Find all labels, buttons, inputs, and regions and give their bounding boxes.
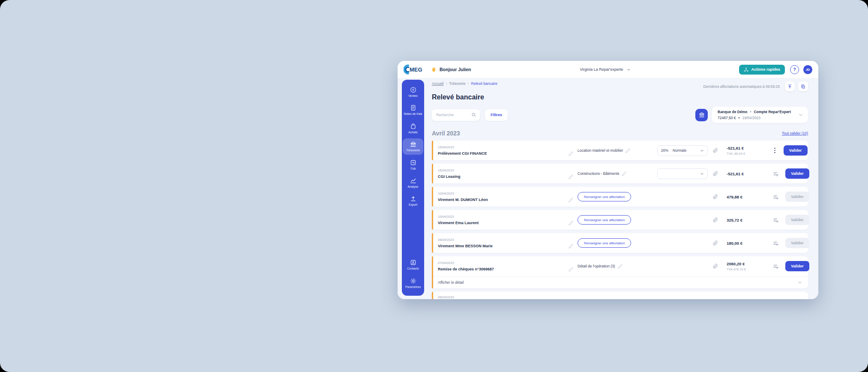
auto-rule-icon[interactable]	[773, 194, 778, 200]
company-selector[interactable]: Virginia La Repar'experte	[580, 67, 630, 72]
sidebar-item-analyse[interactable]: Analyse	[403, 175, 423, 191]
quick-actions-button[interactable]: Actions rapides	[739, 65, 785, 75]
account-date: 19/04/2023	[742, 116, 761, 120]
attachment-button[interactable]	[713, 194, 721, 199]
filters-button[interactable]: Filtres	[485, 109, 508, 121]
edit-icon[interactable]	[618, 264, 623, 269]
transaction-category: Constructions - Bâtiments	[578, 171, 619, 176]
valider-button[interactable]: Valider	[785, 192, 809, 202]
transaction-date: 05/04/2023	[438, 295, 454, 299]
valider-button[interactable]: Valider	[785, 261, 809, 271]
avatar[interactable]: JD	[803, 65, 812, 74]
breadcrumb-current: Relevé bancaire	[471, 81, 497, 86]
bank-button[interactable]	[695, 109, 708, 121]
sidebar-item-tva[interactable]: % TVA	[403, 157, 423, 173]
valider-button[interactable]: Valider	[785, 238, 809, 248]
breadcrumb-tresorerie[interactable]: Trésorerie	[449, 81, 465, 86]
sidebar-label: Export	[409, 203, 417, 207]
search-box	[432, 109, 480, 121]
svg-text:%: %	[412, 161, 414, 164]
breadcrumb-accueil[interactable]: Accueil	[432, 81, 443, 86]
transaction-list: 15/04/2023 Prélèvement CGI FINANCE Locat…	[432, 141, 808, 299]
table-row: 15/04/2023 CGI Leasing Constructions - B…	[432, 164, 808, 183]
paperclip-icon	[713, 171, 718, 176]
vat-rate: 20%	[661, 148, 668, 153]
transaction-label: Virement Ema Laurent	[438, 221, 479, 225]
chevron-down-icon	[798, 280, 802, 285]
attachment-button[interactable]	[713, 240, 721, 246]
sidebar-label: Analyse	[408, 185, 419, 189]
account-selector[interactable]: Banque de Démo • Compte Repar'Expert 724…	[712, 107, 808, 123]
paperclip-icon	[713, 194, 718, 199]
sidebar-item-parametres[interactable]: Paramètres	[403, 275, 423, 291]
sidebar-item-notes-de-frais[interactable]: Notes de frais	[403, 102, 423, 118]
show-detail-label: Afficher le détail	[438, 280, 464, 285]
sidebar-label: Notes de frais	[404, 112, 422, 116]
row-menu-icon[interactable]	[773, 147, 777, 155]
auto-rule-icon[interactable]	[773, 171, 778, 177]
attachment-button[interactable]	[713, 217, 721, 222]
sidebar-item-achats[interactable]: Achats	[403, 120, 423, 136]
shopping-bag-icon	[410, 123, 416, 129]
validate-all-link[interactable]: Tout valider (10)	[782, 131, 808, 135]
assign-affectation-button[interactable]: Renseigner une affectation	[578, 215, 631, 225]
account-bank: Banque de Démo	[718, 110, 747, 114]
valider-button[interactable]: Valider	[785, 168, 809, 179]
assign-affectation-button[interactable]: Renseigner une affectation	[578, 238, 631, 248]
transaction-amount: 479,88 €	[727, 195, 773, 199]
vat-select[interactable]	[657, 168, 708, 179]
table-row: 08/04/2023 Virement Mme BESSON Marie Ren…	[432, 233, 808, 253]
table-row: 07/04/2023 Remise de chèques n°3069687 D…	[432, 256, 808, 288]
assign-affectation-button[interactable]: Renseigner une affectation	[578, 192, 631, 201]
transaction-label: Virement Mme BESSON Marie	[438, 244, 493, 248]
edit-icon[interactable]	[569, 267, 573, 272]
upload-button[interactable]	[785, 81, 795, 91]
edit-icon[interactable]	[569, 198, 573, 202]
edit-icon[interactable]	[569, 151, 573, 156]
vat-mode: Normale	[673, 148, 686, 153]
attachment-button[interactable]	[713, 148, 721, 153]
duplicate-button[interactable]	[798, 81, 808, 91]
workflow-icon	[744, 67, 748, 72]
content: Accueil › Trésorerie › Relevé bancaire D…	[424, 78, 818, 299]
attachment-button[interactable]	[713, 171, 721, 176]
sidebar-item-contacts[interactable]: Contacts	[403, 257, 423, 273]
account-info: Banque de Démo • Compte Repar'Expert 724…	[718, 110, 791, 120]
edit-icon[interactable]	[569, 244, 573, 249]
valider-button[interactable]: Valider	[785, 215, 809, 225]
breadcrumb-separator: ›	[446, 81, 447, 86]
sidebar-label: Trésorerie	[406, 149, 420, 152]
attachment-button[interactable]	[713, 264, 721, 269]
edit-icon[interactable]	[569, 174, 573, 179]
edit-icon[interactable]	[626, 148, 630, 153]
meg-logo-icon: MEG	[404, 64, 422, 75]
account-balance: 72487,50 €	[718, 116, 736, 120]
sidebar-item-export[interactable]: Export	[403, 193, 423, 209]
bank-icon	[699, 112, 705, 118]
transaction-vat: TVA -86,94 €	[727, 152, 773, 156]
meg-logo[interactable]: MEG	[404, 64, 422, 75]
transaction-category: Détail de l'opération (3)	[578, 264, 615, 268]
topbar: MEG Bonjour Julien Virginia La Repar'exp…	[398, 61, 818, 78]
transaction-amount: -521,61 €	[727, 171, 773, 176]
transaction-vat: TVA 476,70 €	[727, 267, 773, 271]
edit-icon[interactable]	[622, 171, 626, 176]
transaction-date: 15/04/2023	[438, 168, 461, 172]
sidebar-item-tresorerie[interactable]: Trésorerie	[403, 138, 423, 154]
help-icon[interactable]: ?	[790, 65, 799, 74]
auto-rule-icon[interactable]	[773, 240, 778, 246]
transaction-amount: 325,72 €	[727, 218, 773, 222]
show-detail-toggle[interactable]: Afficher le détail	[432, 276, 808, 288]
transaction-date: 07/04/2023	[438, 261, 494, 265]
valider-button[interactable]: Valider	[784, 145, 808, 156]
edit-icon[interactable]	[569, 221, 573, 225]
bullet: •	[739, 116, 740, 120]
vat-select[interactable]: 20% Normale	[657, 145, 708, 156]
table-row: 05/04/2023	[432, 292, 808, 299]
transaction-label: Virement M. DUMONT Léon	[438, 198, 488, 202]
auto-rule-icon[interactable]	[773, 264, 778, 269]
sidebar-item-ventes[interactable]: € Ventes	[403, 84, 423, 100]
export-icon	[410, 195, 416, 202]
desktop: { "colors": {"primary": "#3b4fd8", "teal…	[0, 0, 868, 372]
auto-rule-icon[interactable]	[773, 217, 778, 223]
